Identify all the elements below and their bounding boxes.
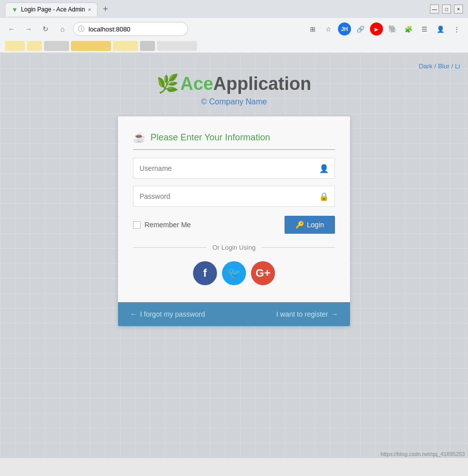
login-button[interactable]: 🔑 Login — [284, 216, 335, 234]
password-input[interactable] — [133, 186, 335, 207]
logo-application: Application — [214, 73, 312, 94]
puzzle-icon[interactable]: 🧩 — [402, 22, 415, 35]
bookmark-6[interactable] — [140, 41, 155, 51]
link-icon[interactable]: 🔗 — [354, 22, 367, 35]
login-card-footer: ← I forgot my password I want to registe… — [118, 302, 350, 326]
card-title: ☕ Please Enter Your Information — [133, 131, 335, 150]
bookmark-5[interactable] — [113, 41, 138, 51]
reload-button[interactable]: ↻ — [39, 22, 52, 35]
status-bar: https://blog.csdn.net/qq_41895253 — [378, 450, 468, 458]
register-link[interactable]: I want to register → — [276, 310, 338, 318]
browser-chrome: ▼ Login Page - Ace Admin × + — □ × ← → ↻… — [0, 0, 468, 53]
menu-icon[interactable]: ☰ — [418, 22, 431, 35]
maximize-button[interactable]: □ — [442, 4, 451, 13]
arrow-right-icon: → — [331, 310, 338, 318]
login-card: ☕ Please Enter Your Information 👤 🔒 Reme… — [118, 116, 350, 326]
tab-close-button[interactable]: × — [88, 6, 91, 12]
forgot-password-link[interactable]: ← I forgot my password — [130, 310, 205, 318]
login-card-body: ☕ Please Enter Your Information 👤 🔒 Reme… — [118, 116, 350, 302]
coffee-icon: ☕ — [133, 131, 146, 143]
divider-line-right — [262, 247, 335, 248]
secure-icon: ⓘ — [78, 24, 84, 33]
arrow-left-icon: ← — [130, 310, 137, 318]
tab-bar: ▼ Login Page - Ace Admin × + — [5, 2, 430, 16]
user-icon: 👤 — [319, 164, 329, 173]
lock-icon: 🔒 — [319, 192, 329, 201]
company-name: © Company Name — [0, 97, 468, 106]
active-tab[interactable]: ▼ Login Page - Ace Admin × — [5, 2, 98, 16]
window-close-button[interactable]: × — [454, 4, 463, 13]
address-bar-row: ← → ↻ ⌂ ⓘ ⊞ ☆ JH 🔗 ▶ 🐘 🧩 ☰ 👤 ⋮ — [0, 18, 468, 40]
logo-ace: Ace — [180, 73, 213, 94]
bookmark-1[interactable] — [5, 41, 25, 51]
google-button[interactable]: G+ — [251, 261, 275, 285]
tab-favicon: ▼ — [12, 6, 18, 13]
app-header: 🌿AceApplication © Company Name — [0, 53, 468, 116]
username-input[interactable] — [133, 158, 335, 179]
facebook-button[interactable]: f — [193, 261, 217, 285]
home-button[interactable]: ⌂ — [56, 22, 69, 35]
back-button[interactable]: ← — [5, 22, 18, 35]
forward-button[interactable]: → — [22, 22, 35, 35]
app-logo: 🌿AceApplication — [0, 73, 468, 94]
account-icon[interactable]: 👤 — [434, 22, 447, 35]
remember-me-label[interactable]: Remember Me — [133, 221, 191, 229]
leaf-icon: 🌿 — [156, 73, 179, 94]
new-tab-button[interactable]: + — [100, 2, 111, 16]
bookmark-3[interactable] — [44, 41, 69, 51]
tab-title: Login Page - Ace Admin — [21, 6, 85, 13]
window-controls: — □ × — [430, 4, 463, 13]
social-buttons: f 🐦 G+ — [133, 261, 335, 285]
remember-me-checkbox[interactable] — [133, 221, 140, 229]
translate-icon[interactable]: ⊞ — [306, 22, 319, 35]
titlebar: ▼ Login Page - Ace Admin × + — □ × — [0, 0, 468, 18]
username-group: 👤 — [133, 158, 335, 179]
login-actions: Remember Me 🔑 Login — [133, 216, 335, 234]
address-input[interactable] — [73, 22, 188, 36]
elephant-icon[interactable]: 🐘 — [386, 22, 399, 35]
more-options-icon[interactable]: ⋮ — [450, 22, 463, 35]
bookmark-2[interactable] — [27, 41, 42, 51]
bookmark-star-icon[interactable]: ☆ — [322, 22, 335, 35]
social-divider: Or Login Using — [133, 244, 335, 251]
bookmark-7[interactable] — [157, 41, 197, 51]
password-group: 🔒 — [133, 186, 335, 207]
bookmarks-bar — [0, 40, 468, 53]
page-content: Dark / Blur / Li 🌿AceApplication © Compa… — [0, 53, 468, 458]
profile-icon[interactable]: JH — [338, 22, 351, 35]
divider-line-left — [133, 247, 206, 248]
theme-links[interactable]: Dark / Blur / Li — [419, 62, 460, 70]
minimize-button[interactable]: — — [430, 4, 439, 13]
youtube-icon[interactable]: ▶ — [370, 22, 383, 35]
bookmark-4[interactable] — [71, 41, 111, 51]
key-icon: 🔑 — [296, 221, 304, 229]
twitter-button[interactable]: 🐦 — [222, 261, 246, 285]
browser-toolbar: ⊞ ☆ JH 🔗 ▶ 🐘 🧩 ☰ 👤 ⋮ — [306, 22, 463, 35]
divider-text: Or Login Using — [206, 244, 262, 251]
